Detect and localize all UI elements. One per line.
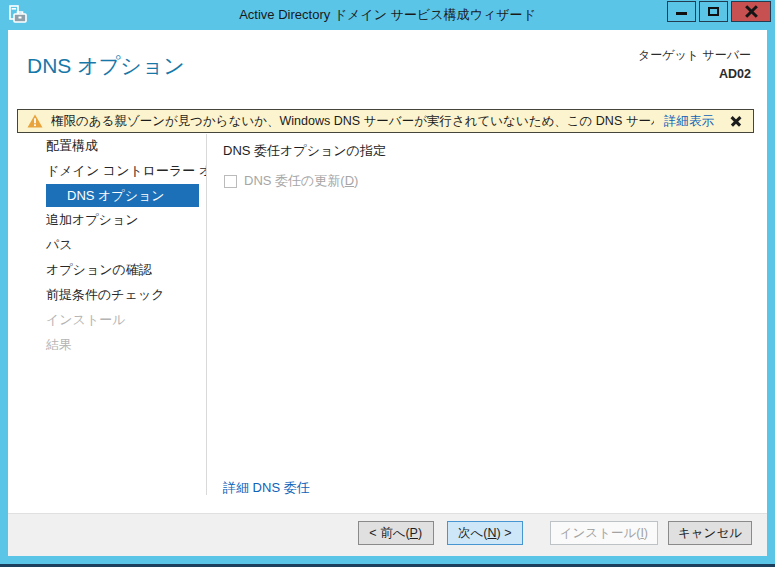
next-button-suffix: ) > (497, 526, 512, 540)
sidebar-item[interactable]: DNS オプション (46, 184, 199, 207)
checkbox-label-text: DNS 委任の更新( (244, 173, 345, 188)
warning-message: 権限のある親ゾーンが見つからないか、Windows DNS サーバーが実行されて… (51, 113, 654, 130)
sidebar-item: 結果 (8, 333, 206, 357)
window-controls (664, 1, 771, 22)
previous-button-suffix: ) (418, 526, 422, 540)
previous-access-key: P (410, 526, 418, 540)
wizard-window: Active Directory ドメイン サービス構成ウィザード DNS オプ… (0, 0, 775, 567)
checkbox-access-key: D (345, 173, 354, 188)
wizard-app-icon (8, 5, 28, 25)
next-access-key: N (487, 526, 496, 540)
target-server-label: ターゲット サーバー (638, 47, 751, 64)
window-body: DNS オプション ターゲット サーバー AD02 権限のある親ゾーンが見つから… (8, 30, 767, 556)
checkbox-label-suffix: ) (354, 173, 358, 188)
sidebar-item[interactable]: 配置構成 (8, 134, 206, 158)
target-server-name: AD02 (638, 67, 751, 81)
next-button-label: 次へ( (458, 525, 487, 542)
banner-close-icon[interactable] (730, 115, 742, 127)
footer-bar: < 前へ(P) 次へ(N) > インストール(I) キャンセル (8, 513, 767, 556)
warning-banner: 権限のある親ゾーンが見つからないか、Windows DNS サーバーが実行されて… (17, 109, 754, 133)
maximize-button[interactable] (699, 1, 728, 22)
titlebar: Active Directory ドメイン サービス構成ウィザード (0, 0, 775, 30)
sidebar-item[interactable]: ドメイン コントローラー オプ… (8, 159, 206, 183)
dns-delegation-checkbox-row: DNS 委任の更新(D) (224, 172, 358, 190)
advanced-dns-delegation-link[interactable]: 詳細 DNS 委任 (223, 479, 310, 497)
sidebar-item[interactable]: パス (8, 233, 206, 257)
warning-triangle-icon (27, 114, 43, 128)
dns-delegation-checkbox-label: DNS 委任の更新(D) (244, 172, 358, 190)
previous-button-label: < 前へ( (369, 525, 409, 542)
cancel-button[interactable]: キャンセル (668, 521, 752, 545)
sidebar-item[interactable]: 追加オプション (8, 208, 206, 232)
sidebar-nav: 配置構成ドメイン コントローラー オプ…DNS オプション追加オプションパスオプ… (8, 134, 207, 495)
close-button[interactable] (731, 1, 771, 22)
dns-delegation-checkbox (224, 175, 237, 188)
page-title: DNS オプション (27, 52, 185, 80)
minimize-button[interactable] (667, 1, 696, 22)
wizard-buttons: < 前へ(P) 次へ(N) > インストール(I) キャンセル (358, 521, 752, 545)
install-button-label: インストール( (560, 525, 641, 542)
cancel-button-label: キャンセル (678, 525, 742, 542)
sidebar-item: インストール (8, 308, 206, 332)
install-button: インストール(I) (550, 521, 658, 545)
install-button-suffix: ) (644, 526, 648, 540)
sidebar-item[interactable]: 前提条件のチェック (8, 283, 206, 307)
previous-button[interactable]: < 前へ(P) (358, 521, 434, 545)
section-title: DNS 委任オプションの指定 (223, 142, 386, 160)
sidebar-item[interactable]: オプションの確認 (8, 258, 206, 282)
maximize-icon (708, 7, 719, 16)
window-title: Active Directory ドメイン サービス構成ウィザード (0, 0, 775, 30)
close-icon (745, 5, 758, 18)
content-pane: DNS 委任オプションの指定 DNS 委任の更新(D) 詳細 DNS 委任 (208, 134, 767, 513)
target-server-block: ターゲット サーバー AD02 (638, 47, 751, 81)
next-button[interactable]: 次へ(N) > (447, 521, 523, 545)
show-details-link[interactable]: 詳細表示 (664, 113, 714, 130)
minimize-icon (676, 12, 687, 15)
